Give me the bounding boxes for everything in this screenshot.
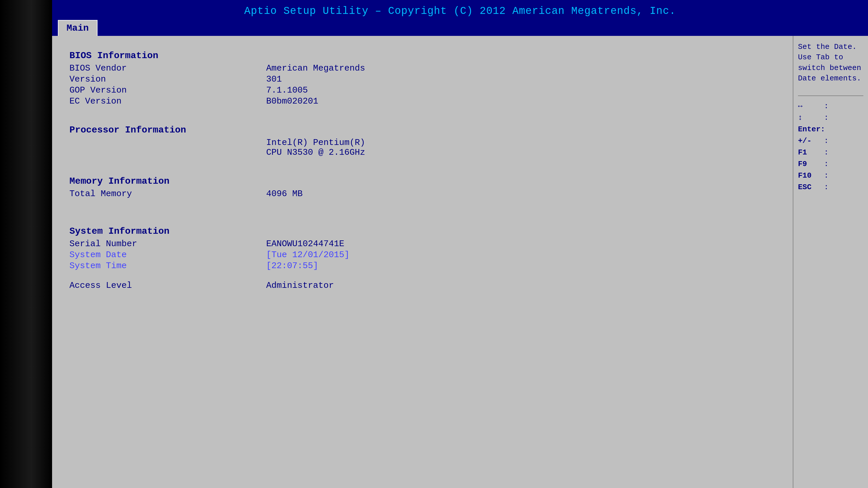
gop-version-row: GOP Version 7.1.1005 [69,85,775,95]
system-date-label: System Date [69,250,266,260]
key-esc-desc: : [824,183,863,192]
ec-version-value: B0bm020201 [266,96,318,106]
total-memory-row: Total Memory 4096 MB [69,189,775,199]
key-f10-desc: : [824,171,863,180]
system-date-value[interactable]: [Tue 12/01/2015] [266,250,349,260]
key-esc-label: ESC [798,183,824,192]
processor-row: Intel(R) Pentium(R) CPU N3530 @ 2.16GHz [69,138,775,157]
key-f9-label: F9 [798,160,824,168]
system-information-header: System Information [69,226,775,237]
key-ud-icon: ↕ [798,113,824,122]
bios-information-header: BIOS Information [69,50,775,61]
key-f1-desc: : [824,148,863,157]
content-wrapper: BIOS Information BIOS Vendor American Me… [52,36,868,488]
system-time-label: System Time [69,261,266,271]
sidebar-key-arrows-lr: ↔ : [798,102,863,110]
sidebar-key-arrows-ud: ↕ : [798,113,863,122]
access-level-value: Administrator [266,281,334,290]
left-shadow [0,0,52,488]
title-bar: Aptio Setup Utility – Copyright (C) 2012… [52,0,868,20]
system-time-value[interactable]: [22:07:55] [266,261,318,271]
key-ud-desc: : [824,113,863,122]
right-sidebar: Set the Date. Use Tab to switch between … [793,36,868,488]
version-value: 301 [266,74,282,84]
sidebar-divider [798,95,863,96]
sidebar-key-enter: Enter: [798,125,863,134]
sidebar-key-f1: F1 : [798,148,863,157]
gop-version-value: 7.1.1005 [266,85,308,95]
version-row: Version 301 [69,74,775,84]
total-memory-value: 4096 MB [266,189,303,199]
access-level-row: Access Level Administrator [69,281,775,290]
sidebar-description: Set the Date. Use Tab to switch between … [798,42,863,84]
bios-vendor-row: BIOS Vendor American Megatrends [69,63,775,73]
sidebar-key-f9: F9 : [798,160,863,168]
serial-number-label: Serial Number [69,239,266,249]
memory-information-header: Memory Information [69,176,775,187]
sidebar-key-esc: ESC : [798,183,863,192]
key-lr-icon: ↔ [798,102,824,110]
access-level-label: Access Level [69,281,266,290]
key-enter-desc [824,125,863,134]
serial-number-row: Serial Number EANOWU10244741E [69,239,775,249]
key-f10-label: F10 [798,171,824,180]
serial-number-value: EANOWU10244741E [266,239,344,249]
system-date-row[interactable]: System Date [Tue 12/01/2015] [69,250,775,260]
bios-vendor-label: BIOS Vendor [69,63,266,73]
version-label: Version [69,74,266,84]
key-plusminus-desc: : [824,136,863,145]
key-f1-label: F1 [798,148,824,157]
key-plusminus-label: +/- [798,136,824,145]
processor-information-header: Processor Information [69,125,775,135]
processor-label [69,138,266,157]
bios-screen: Aptio Setup Utility – Copyright (C) 2012… [52,0,868,488]
system-time-row[interactable]: System Time [22:07:55] [69,261,775,271]
total-memory-label: Total Memory [69,189,266,199]
ec-version-row: EC Version B0bm020201 [69,96,775,106]
key-lr-desc: : [824,102,863,110]
title-text: Aptio Setup Utility – Copyright (C) 2012… [244,5,676,17]
tab-main[interactable]: Main [58,20,97,36]
tab-bar: Main [52,20,868,36]
gop-version-label: GOP Version [69,85,266,95]
ec-version-label: EC Version [69,96,266,106]
bios-vendor-value: American Megatrends [266,63,365,73]
sidebar-key-plusminus: +/- : [798,136,863,145]
sidebar-key-f10: F10 : [798,171,863,180]
main-panel: BIOS Information BIOS Vendor American Me… [52,36,793,488]
key-f9-desc: : [824,160,863,168]
processor-value: Intel(R) Pentium(R) CPU N3530 @ 2.16GHz [266,138,365,157]
key-enter-label: Enter: [798,125,824,134]
